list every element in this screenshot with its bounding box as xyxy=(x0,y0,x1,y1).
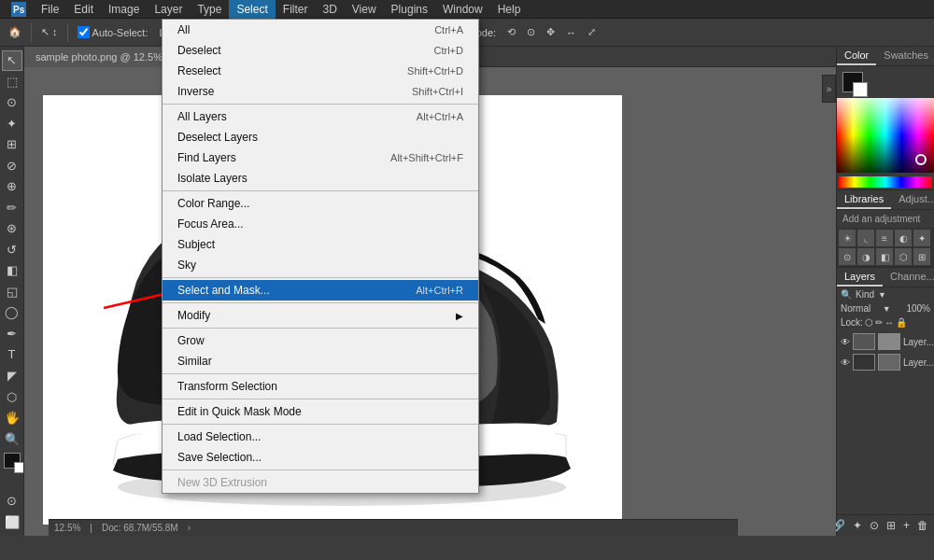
menu-find-layers[interactable]: Find Layers Alt+Shift+Ctrl+F xyxy=(163,147,478,168)
layer-mask-btn[interactable]: ⊙ xyxy=(866,517,883,534)
bw-adj[interactable]: ◧ xyxy=(876,248,893,265)
color-tab[interactable]: Color xyxy=(837,47,876,65)
eyedropper-tool[interactable]: ⊘ xyxy=(2,156,22,176)
menu-sky[interactable]: Sky xyxy=(163,255,478,275)
path-tool[interactable]: ◤ xyxy=(2,366,22,386)
kind-dropdown-arrow[interactable]: ▼ xyxy=(878,290,886,300)
delete-layer-btn[interactable]: 🗑 xyxy=(913,517,932,534)
orbit-btn[interactable]: ⊙ xyxy=(522,21,540,44)
shape-tool[interactable]: ⬡ xyxy=(2,386,22,407)
hue-slider[interactable] xyxy=(839,176,932,188)
layer2-eye[interactable]: 👁 xyxy=(841,356,850,369)
menu-all[interactable]: All Ctrl+A xyxy=(163,20,478,40)
hand-tool[interactable]: 🖐 xyxy=(2,408,22,428)
ps-menu[interactable]: Ps xyxy=(4,0,34,19)
auto-select-input[interactable] xyxy=(78,26,90,38)
status-arrow[interactable]: › xyxy=(188,523,191,533)
blend-mode-arrow[interactable]: ▼ xyxy=(883,304,891,314)
edit-menu[interactable]: Edit xyxy=(66,0,101,19)
filter-menu[interactable]: Filter xyxy=(276,0,316,19)
move-tool-options[interactable]: ↖ ↕ xyxy=(36,21,63,44)
color-picker-cursor[interactable] xyxy=(915,154,927,165)
menu-deselect[interactable]: Deselect Ctrl+D xyxy=(163,40,478,61)
fg-color-swatch[interactable] xyxy=(842,72,863,92)
new-group-btn[interactable]: ⊞ xyxy=(883,517,899,534)
color-balance-adj[interactable]: ⊙ xyxy=(839,248,856,265)
spot-heal-tool[interactable]: ⊕ xyxy=(2,176,22,197)
fg-color[interactable] xyxy=(4,453,21,469)
menu-select-and-mask[interactable]: Select and Mask... Alt+Ctrl+R xyxy=(163,280,478,301)
channels-tab[interactable]: Channe... xyxy=(883,268,934,287)
image-menu[interactable]: Image xyxy=(101,0,147,19)
plugins-menu[interactable]: Plugins xyxy=(384,0,435,19)
window-menu[interactable]: Window xyxy=(435,0,490,19)
file-menu[interactable]: File xyxy=(34,0,66,19)
lock-position-btn[interactable]: ↔ xyxy=(884,317,894,328)
menu-modify[interactable]: Modify ▶ xyxy=(163,305,478,326)
zoom-tool[interactable]: 🔍 xyxy=(2,428,22,449)
menu-inverse[interactable]: Inverse Shift+Ctrl+I xyxy=(163,81,478,102)
swatches-tab[interactable]: Swatches xyxy=(876,47,934,65)
panel-collapse-btn[interactable]: » xyxy=(822,75,836,103)
layer-item-2[interactable]: 👁 Layer... xyxy=(839,352,932,372)
menu-reselect[interactable]: Reselect Shift+Ctrl+D xyxy=(163,61,478,81)
pen-tool[interactable]: ✒ xyxy=(2,324,22,344)
new-layer-btn[interactable]: + xyxy=(899,517,913,534)
select-rect-tool[interactable]: ⬚ xyxy=(2,72,22,92)
type-tool[interactable]: T xyxy=(2,344,22,365)
view-menu[interactable]: View xyxy=(345,0,384,19)
screen-mode[interactable]: ⬜ xyxy=(2,511,22,532)
home-btn[interactable]: 🏠 xyxy=(4,21,26,44)
exposure-adj[interactable]: ◐ xyxy=(895,230,912,246)
rotate-3d-btn[interactable]: ⟲ xyxy=(502,21,520,44)
lock-image-btn[interactable]: ✏ xyxy=(875,317,883,328)
layer1-eye[interactable]: 👁 xyxy=(841,335,850,348)
dodge-tool[interactable]: ◯ xyxy=(2,302,22,323)
lasso-tool[interactable]: ⊙ xyxy=(2,92,22,113)
eraser-tool[interactable]: ◧ xyxy=(2,260,22,281)
auto-select-checkbox[interactable]: Auto-Select: xyxy=(73,21,153,44)
help-menu[interactable]: Help xyxy=(490,0,529,19)
menu-isolate-layers[interactable]: Isolate Layers xyxy=(163,168,478,189)
quick-mask[interactable]: ⊙ xyxy=(2,491,22,511)
clone-stamp-tool[interactable]: ⊛ xyxy=(2,218,22,239)
adjust-tab[interactable]: Adjust... xyxy=(891,190,934,209)
menu-save-selection[interactable]: Save Selection... xyxy=(163,447,478,468)
brightness-adj[interactable]: ☀ xyxy=(839,230,856,246)
menu-color-range[interactable]: Color Range... xyxy=(163,193,478,214)
hue-sat-adj[interactable]: ◑ xyxy=(857,248,874,265)
menu-similar[interactable]: Similar xyxy=(163,351,478,371)
select-menu[interactable]: Select xyxy=(229,0,275,19)
brush-tool[interactable]: ✏ xyxy=(2,198,22,218)
color-spectrum[interactable] xyxy=(837,98,934,173)
photo-filter-adj[interactable]: ⬡ xyxy=(895,248,912,265)
type-menu[interactable]: Type xyxy=(190,0,229,19)
menu-transform-selection[interactable]: Transform Selection xyxy=(163,376,478,397)
gradient-tool[interactable]: ◱ xyxy=(2,282,22,302)
vibrance-adj[interactable]: ✦ xyxy=(913,230,930,246)
menu-load-selection[interactable]: Load Selection... xyxy=(163,427,478,447)
pan-3d-btn[interactable]: ✥ xyxy=(542,21,559,44)
magic-wand-tool[interactable]: ✦ xyxy=(2,114,22,134)
slide-btn[interactable]: ↔ xyxy=(561,21,581,44)
scale-btn[interactable]: ⤢ xyxy=(583,21,601,44)
menu-deselect-layers[interactable]: Deselect Layers xyxy=(163,127,478,147)
levels-adj[interactable]: ≡ xyxy=(876,230,893,246)
curves-adj[interactable]: ◟ xyxy=(857,230,874,246)
crop-tool[interactable]: ⊞ xyxy=(2,134,22,155)
menu-quick-mask[interactable]: Edit in Quick Mask Mode xyxy=(163,401,478,422)
libraries-tab[interactable]: Libraries xyxy=(837,190,891,209)
menu-all-layers[interactable]: All Layers Alt+Ctrl+A xyxy=(163,106,478,127)
layers-tab[interactable]: Layers xyxy=(837,268,883,287)
menu-focus-area[interactable]: Focus Area... xyxy=(163,214,478,234)
menu-subject[interactable]: Subject xyxy=(163,234,478,255)
menu-grow[interactable]: Grow xyxy=(163,330,478,351)
lock-transparent-btn[interactable]: ⬡ xyxy=(865,317,873,328)
3d-menu[interactable]: 3D xyxy=(315,0,344,19)
history-brush-tool[interactable]: ↺ xyxy=(2,240,22,260)
lock-all-btn[interactable]: 🔒 xyxy=(896,317,907,328)
layer-item-1[interactable]: 👁 Layer... xyxy=(839,331,932,352)
bg-color-swatch[interactable] xyxy=(853,82,868,97)
layer-menu[interactable]: Layer xyxy=(147,0,190,19)
move-tool[interactable]: ↖ xyxy=(2,50,22,71)
